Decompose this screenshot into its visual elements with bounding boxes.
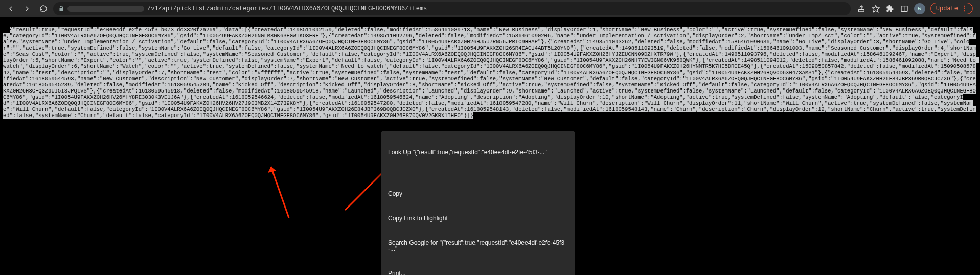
panel-icon[interactable] — [900, 4, 909, 13]
svg-rect-2 — [901, 6, 907, 11]
annotation-arrow-1 — [253, 155, 297, 231]
url-host-hidden — [67, 6, 144, 12]
svg-rect-0 — [858, 9, 864, 12]
ctx-look-up[interactable]: Look Up "{"result":true,"requestId":"e40… — [381, 146, 575, 158]
url-bar[interactable]: /v1/api/picklist/admin/categories/1I00V4… — [53, 2, 851, 15]
ctx-print[interactable]: Print... — [381, 267, 575, 275]
svg-marker-5 — [268, 167, 276, 173]
update-label: Update — [936, 5, 958, 12]
browser-toolbar: /v1/api/picklist/admin/categories/1I00V4… — [0, 0, 980, 17]
json-body[interactable]: {"result":true,"requestId":"e40ee4df-e2f… — [0, 17, 980, 165]
kebab-icon: ⋮ — [961, 5, 967, 12]
ctx-copy-link[interactable]: Copy Link to Highlight — [381, 212, 575, 224]
svg-marker-1 — [872, 5, 879, 12]
ctx-search[interactable]: Search Google for "{"result":true,"reque… — [381, 237, 575, 255]
update-button[interactable]: Update ⋮ — [930, 3, 973, 14]
forward-button[interactable] — [20, 2, 34, 15]
svg-line-4 — [271, 167, 289, 218]
toolbar-right: W Update ⋮ — [854, 3, 976, 14]
back-button[interactable] — [4, 2, 17, 15]
extensions-icon[interactable] — [885, 4, 895, 13]
lock-icon — [58, 6, 64, 12]
reload-button[interactable] — [37, 2, 50, 15]
profile-avatar[interactable]: W — [914, 3, 925, 14]
context-menu: Look Up "{"result":true,"requestId":"e40… — [381, 131, 575, 275]
ctx-separator — [385, 173, 571, 173]
url-path: /v1/api/picklist/admin/categories/1I00V4… — [147, 5, 427, 12]
selected-text[interactable]: {"result":true,"requestId":"e40ee4df-e2f… — [3, 27, 979, 119]
share-icon[interactable] — [857, 4, 866, 13]
ctx-copy[interactable]: Copy — [381, 188, 575, 200]
star-icon[interactable] — [871, 4, 880, 13]
